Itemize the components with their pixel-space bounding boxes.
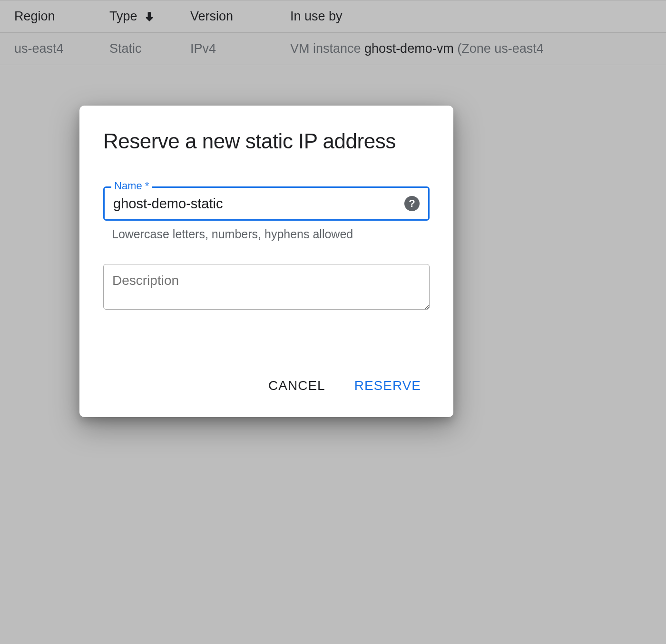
name-field-wrapper: Name * ? (103, 186, 430, 221)
dialog-title: Reserve a new static IP address (103, 129, 430, 153)
help-icon[interactable]: ? (404, 196, 420, 211)
description-input[interactable] (103, 264, 430, 310)
name-field-label: Name * (111, 180, 152, 192)
modal-overlay[interactable]: Reserve a new static IP address Name * ?… (0, 0, 666, 644)
cancel-button[interactable]: CANCEL (264, 373, 329, 398)
name-input[interactable] (105, 188, 428, 219)
dialog-actions: CANCEL RESERVE (103, 373, 430, 398)
name-field-outline: Name * ? (103, 186, 430, 221)
reserve-static-ip-dialog: Reserve a new static IP address Name * ?… (79, 106, 453, 417)
reserve-button[interactable]: RESERVE (351, 373, 425, 398)
name-field-hint: Lowercase letters, numbers, hyphens allo… (112, 227, 430, 241)
